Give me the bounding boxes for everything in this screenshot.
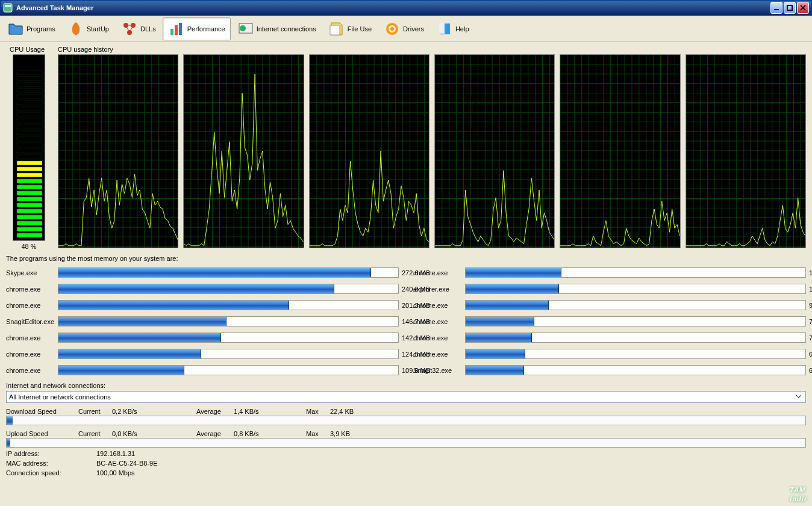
network-heading: Internet and network connections: [6, 382, 806, 389]
mac-label: MAC address: [6, 460, 96, 467]
svg-rect-36 [17, 137, 42, 141]
cpu-graph-core4 [560, 54, 680, 248]
svg-rect-42 [17, 101, 42, 105]
process-name: chrome.exe [6, 367, 58, 374]
download-avg-label: Average [196, 408, 234, 415]
memory-row: Snagit32.exe65.3 MB [413, 362, 806, 378]
memory-value: 73.9 MB [805, 333, 812, 343]
upload-max-label: Max [306, 430, 330, 437]
memory-bar: 201.3 MB [58, 300, 399, 310]
download-max-label: Max [306, 408, 330, 415]
svg-rect-37 [17, 131, 42, 135]
memory-bar: 92.4 MB [465, 300, 806, 310]
upload-label: Upload Speed [6, 430, 78, 437]
upload-speed-row: Upload Speed Current 0,0 KB/s Average 0,… [6, 430, 806, 437]
memory-row: explorer.exe104.3 MB [413, 281, 806, 297]
svg-rect-35 [17, 143, 42, 147]
cpu-graph-core2 [309, 54, 429, 248]
cpu-graph-core3 [434, 54, 555, 248]
cpu-usage-label: CPU Usage [6, 46, 52, 53]
svg-rect-34 [17, 149, 42, 153]
svg-rect-28 [17, 185, 42, 189]
memory-value: 107 MB [805, 267, 812, 278]
memory-row: Skype.exe272.6 MB [6, 264, 399, 281]
cpu-history-graphs [58, 54, 806, 248]
process-name: chrome.exe [6, 302, 58, 309]
tab-drivers[interactable]: Drivers [378, 17, 429, 40]
memory-row: chrome.exe66.2 MB [413, 346, 806, 362]
memory-value: 109.8 MB [398, 365, 430, 375]
upload-current-value: 0,0 KB/s [112, 430, 196, 437]
tab-internet-connections[interactable]: Internet connections [232, 17, 322, 40]
process-name: Skype.exe [6, 269, 58, 276]
tab-startup[interactable]: StartUp [62, 17, 114, 40]
upload-max-value: 3,9 KB [330, 430, 402, 437]
download-current-label: Current [78, 408, 112, 415]
memory-heading: The programs using the most memory on yo… [6, 255, 806, 262]
ip-value: 192.168.1.31 [96, 450, 135, 457]
memory-bar: 146.7 MB [58, 316, 399, 326]
titlebar: Advanced Task Manager [0, 0, 812, 16]
network-connections-dropdown[interactable]: All Internet or network connections [6, 391, 806, 403]
svg-rect-29 [17, 179, 42, 183]
memory-value: 65.3 MB [805, 365, 812, 375]
globe-icon [237, 20, 254, 37]
memory-bar: 73.9 MB [465, 333, 806, 343]
download-speed-bar [6, 416, 806, 425]
tab-label: StartUp [87, 25, 109, 33]
upload-speed-bar [6, 438, 806, 448]
tab-help[interactable]: Help [431, 17, 475, 40]
tab-performance[interactable]: Performance [163, 17, 231, 40]
ip-label: IP address: [6, 450, 96, 457]
memory-bar: 272.6 MB [58, 267, 399, 278]
memory-value: 142.1 MB [398, 333, 430, 343]
svg-rect-30 [17, 173, 42, 177]
memory-bar: 65.3 MB [465, 365, 806, 375]
tab-dlls[interactable]: DLLs [116, 17, 161, 40]
memory-bar: 124.5 MB [58, 349, 399, 359]
tab-label: Drivers [403, 25, 424, 33]
close-button[interactable] [797, 2, 809, 14]
memory-row: chrome.exe76.7 MB [413, 313, 806, 330]
memory-bar: 142.1 MB [58, 333, 399, 343]
process-name: chrome.exe [6, 334, 58, 342]
content: CPU Usage 48 % CPU usage history The pro… [0, 42, 812, 479]
memory-value: 66.2 MB [805, 349, 812, 359]
svg-rect-31 [17, 167, 42, 171]
memory-value: 124.5 MB [398, 349, 430, 359]
memory-row: chrome.exe109.8 MB [6, 362, 399, 378]
minimize-button[interactable] [770, 2, 782, 14]
svg-rect-17 [330, 25, 340, 35]
chevron-down-icon [795, 392, 803, 402]
download-avg-value: 1,4 KB/s [234, 408, 306, 415]
memory-value: 104.3 MB [805, 284, 812, 294]
svg-rect-21 [17, 227, 42, 231]
memory-value: 146.7 MB [398, 316, 430, 326]
connspeed-label: Connection speed: [6, 469, 96, 476]
upload-avg-label: Average [196, 430, 234, 437]
gear-icon [384, 20, 401, 37]
svg-rect-45 [17, 83, 42, 87]
svg-rect-38 [17, 125, 42, 129]
memory-value: 240.8 MB [398, 284, 430, 294]
tab-programs[interactable]: Programs [2, 17, 61, 40]
tab-file-use[interactable]: File Use [323, 17, 377, 40]
memory-value: 201.3 MB [398, 300, 430, 310]
svg-rect-47 [17, 70, 42, 75]
memory-list: Skype.exe272.6 MBchrome.exe240.8 MBchrom… [6, 264, 806, 378]
toolbar: ProgramsStartUpDLLsPerformanceInternet c… [0, 16, 812, 42]
connspeed-value: 100,00 Mbps [96, 469, 135, 476]
rocket-icon [67, 20, 84, 37]
svg-rect-14 [179, 23, 182, 35]
memory-bar: 104.3 MB [465, 284, 806, 294]
files-icon [328, 20, 345, 37]
svg-rect-27 [17, 191, 42, 195]
bars-icon [168, 20, 185, 37]
svg-rect-3 [787, 5, 792, 10]
memory-bar: 107 MB [465, 267, 806, 278]
memory-row: chrome.exe201.3 MB [6, 297, 399, 313]
svg-point-16 [240, 25, 246, 31]
svg-rect-44 [17, 89, 42, 93]
maximize-button[interactable] [784, 2, 796, 14]
mac-value: BC-AE-C5-24-B8-9E [96, 460, 157, 467]
